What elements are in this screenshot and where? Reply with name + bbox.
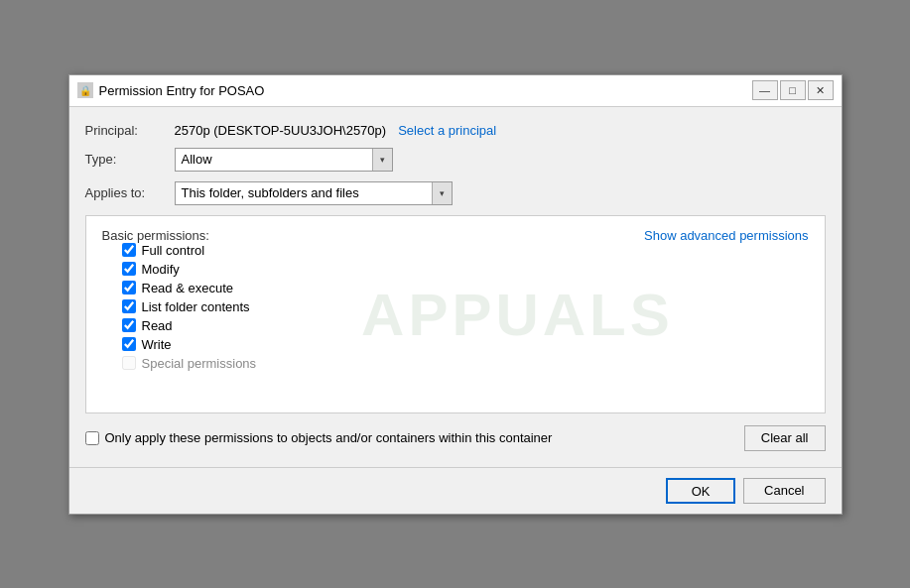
ok-button[interactable]: OK: [666, 478, 735, 504]
close-button[interactable]: ✕: [808, 80, 834, 100]
window-footer: OK Cancel: [69, 467, 842, 514]
type-dropdown-value: Allow: [182, 152, 386, 167]
apply-label[interactable]: Only apply these permissions to objects …: [105, 430, 553, 445]
perm-list-folder-checkbox[interactable]: [122, 299, 136, 313]
perm-read-execute-checkbox[interactable]: [122, 281, 136, 294]
principal-label: Principal:: [85, 123, 175, 138]
select-principal-link[interactable]: Select a principal: [398, 123, 496, 138]
perm-modify-label[interactable]: Modify: [142, 262, 180, 277]
maximize-button[interactable]: □: [780, 80, 806, 100]
perm-write-label[interactable]: Write: [142, 337, 172, 352]
perm-special-label: Special permissions: [142, 356, 257, 371]
perm-read-label[interactable]: Read: [142, 318, 173, 333]
perm-read-checkbox[interactable]: [122, 318, 136, 332]
apply-checkbox[interactable]: [85, 431, 99, 445]
perm-write-checkbox[interactable]: [122, 337, 136, 351]
perm-full-control-label[interactable]: Full control: [142, 243, 205, 258]
perm-read-execute-label[interactable]: Read & execute: [142, 281, 234, 295]
clear-all-button[interactable]: Clear all: [744, 425, 826, 451]
perm-write: Write: [122, 337, 809, 352]
show-advanced-link[interactable]: Show advanced permissions: [644, 228, 808, 243]
permissions-section: Basic permissions: Show advanced permiss…: [85, 215, 826, 413]
applies-to-label: Applies to:: [85, 185, 175, 200]
perm-full-control-checkbox[interactable]: [122, 243, 136, 257]
perm-special: Special permissions: [122, 356, 809, 371]
type-dropdown-arrow: ▾: [372, 149, 392, 171]
permissions-header: Basic permissions:: [102, 228, 209, 243]
perm-read: Read: [122, 318, 809, 333]
window-body: Principal: 2570p (DESKTOP-5UU3JOH\2570p)…: [69, 107, 842, 467]
perm-full-control: Full control: [122, 243, 809, 258]
perm-modify: Modify: [122, 262, 809, 277]
applies-to-dropdown[interactable]: This folder, subfolders and files ▾: [175, 181, 453, 205]
perm-read-execute: Read & execute: [122, 281, 809, 295]
perm-list-folder: List folder contents: [122, 299, 809, 314]
type-row: Type: Allow ▾: [85, 148, 826, 172]
window-title: Permission Entry for POSAO: [99, 83, 752, 98]
applies-to-row: Applies to: This folder, subfolders and …: [85, 181, 826, 205]
principal-value: 2570p (DESKTOP-5UU3JOH\2570p): [175, 123, 387, 138]
apply-checkbox-row: Only apply these permissions to objects …: [85, 430, 553, 445]
perm-modify-checkbox[interactable]: [122, 262, 136, 276]
window-icon: 🔒: [77, 82, 93, 98]
cancel-button[interactable]: Cancel: [743, 478, 825, 504]
principal-row: Principal: 2570p (DESKTOP-5UU3JOH\2570p)…: [85, 123, 826, 138]
perm-special-checkbox: [122, 356, 136, 370]
title-bar-controls: — □ ✕: [752, 80, 834, 100]
type-dropdown[interactable]: Allow ▾: [175, 148, 393, 172]
perm-list-folder-label[interactable]: List folder contents: [142, 299, 250, 314]
permission-entry-dialog: 🔒 Permission Entry for POSAO — □ ✕ Princ…: [68, 74, 843, 515]
title-bar: 🔒 Permission Entry for POSAO — □ ✕: [69, 75, 842, 107]
applies-to-dropdown-arrow: ▾: [432, 182, 452, 204]
type-label: Type:: [85, 152, 175, 167]
minimize-button[interactable]: —: [752, 80, 778, 100]
applies-to-dropdown-value: This folder, subfolders and files: [182, 185, 446, 200]
bottom-section: Only apply these permissions to objects …: [85, 425, 826, 451]
